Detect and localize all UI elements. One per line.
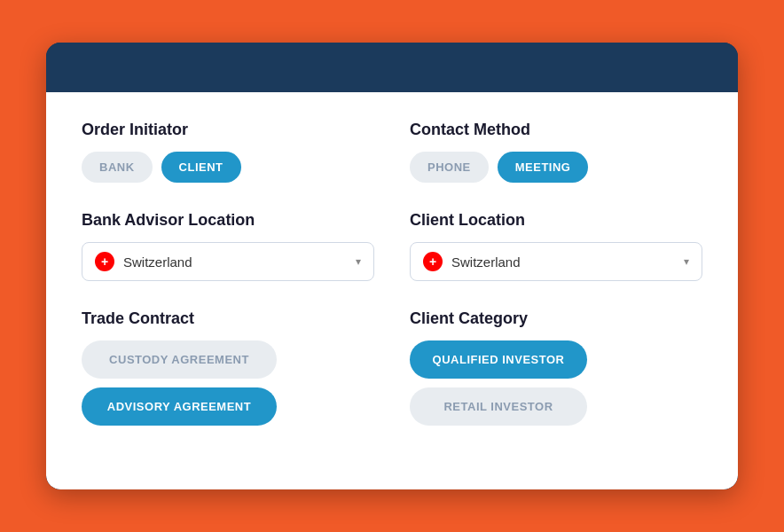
client-category-title: Client Category — [410, 309, 702, 328]
switzerland-flag-2: + — [423, 252, 443, 271]
client-location-section: Client Location + Switzerland ▾ — [410, 211, 702, 281]
trade-contract-section: Trade Contract CUSTODY AGREEMENT ADVISOR… — [82, 309, 374, 426]
bank-button[interactable]: BANK — [82, 152, 153, 183]
switzerland-flag-1: + — [95, 252, 114, 271]
trade-contract-buttons: CUSTODY AGREEMENT ADVISORY AGREEMENT — [82, 340, 374, 426]
qualified-investor-button[interactable]: QUALIFIED INVESTOR — [410, 340, 587, 379]
card-header — [46, 43, 738, 92]
phone-button[interactable]: PHONE — [410, 152, 489, 183]
client-button[interactable]: CLIENT — [161, 152, 241, 183]
contact-method-button-group: PHONE MEETING — [410, 152, 702, 183]
bank-advisor-location-title: Bank Advisor Location — [82, 211, 374, 230]
advisory-agreement-button[interactable]: ADVISORY AGREEMENT — [82, 387, 277, 426]
client-category-buttons: QUALIFIED INVESTOR RETAIL INVESTOR — [410, 340, 702, 426]
meeting-button[interactable]: MEETING — [498, 152, 589, 183]
retail-investor-button[interactable]: RETAIL INVESTOR — [410, 387, 587, 426]
bank-advisor-location-section: Bank Advisor Location + Switzerland ▾ — [82, 211, 374, 281]
custody-agreement-button[interactable]: CUSTODY AGREEMENT — [82, 340, 277, 379]
card-body: Order Initiator BANK CLIENT Contact Meth… — [46, 92, 738, 489]
bank-advisor-location-value: Switzerland — [123, 254, 347, 270]
contact-method-section: Contact Method PHONE MEETING — [410, 121, 702, 183]
bank-advisor-location-dropdown[interactable]: + Switzerland ▾ — [82, 242, 374, 281]
flag-cross-2: + — [429, 255, 436, 268]
flag-cross-1: + — [101, 255, 108, 268]
order-initiator-section: Order Initiator BANK CLIENT — [82, 121, 374, 183]
outer-card: Order Initiator BANK CLIENT Contact Meth… — [46, 43, 738, 489]
client-location-dropdown[interactable]: + Switzerland ▾ — [410, 242, 702, 281]
client-category-section: Client Category QUALIFIED INVESTOR RETAI… — [410, 309, 702, 426]
order-initiator-button-group: BANK CLIENT — [82, 152, 374, 183]
dropdown-arrow-1: ▾ — [356, 255, 361, 268]
client-location-value: Switzerland — [451, 254, 675, 270]
trade-contract-title: Trade Contract — [82, 309, 374, 328]
contact-method-title: Contact Method — [410, 121, 702, 139]
client-location-title: Client Location — [410, 211, 702, 230]
dropdown-arrow-2: ▾ — [684, 255, 689, 268]
order-initiator-title: Order Initiator — [82, 121, 374, 139]
